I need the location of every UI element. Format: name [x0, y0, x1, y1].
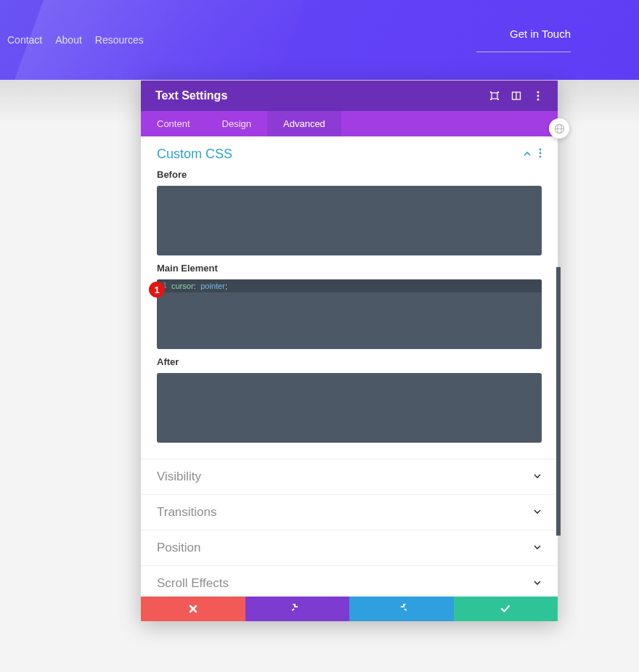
globe-icon[interactable]: [549, 118, 569, 139]
kebab-menu-icon[interactable]: [533, 91, 543, 101]
tab-content[interactable]: Content: [141, 111, 206, 136]
svg-point-15: [540, 155, 542, 157]
chevron-down-icon: [533, 507, 542, 518]
svg-point-9: [537, 99, 540, 101]
custom-css-section: Custom CSS Before Main Element 1 cu: [141, 136, 558, 459]
svg-rect-0: [492, 93, 497, 99]
settings-tabs: Content Design Advanced: [141, 111, 558, 136]
svg-rect-4: [497, 99, 499, 100]
panel-header-icons: [489, 91, 543, 101]
svg-point-8: [537, 95, 540, 97]
panel-body: Custom CSS Before Main Element 1 cu: [141, 136, 558, 597]
tab-design[interactable]: Design: [206, 111, 267, 136]
chevron-down-icon: [533, 471, 542, 483]
settings-panel: Text Settings Content Design Advanced Cu…: [141, 81, 558, 621]
nav-left: Contact About Resources: [7, 34, 144, 46]
code-line: 1 cursor: pointer;: [157, 279, 542, 292]
svg-rect-1: [490, 91, 492, 93]
before-css-input[interactable]: [157, 186, 542, 255]
visibility-section[interactable]: Visibility: [141, 459, 558, 494]
svg-point-14: [540, 152, 542, 154]
cta-wrap: Get in Touch: [476, 28, 632, 52]
nav-resources[interactable]: Resources: [95, 34, 144, 46]
svg-rect-2: [497, 91, 499, 93]
tab-advanced[interactable]: Advanced: [267, 111, 341, 136]
after-css-input[interactable]: [157, 373, 542, 443]
chevron-down-icon: [533, 578, 542, 589]
main-element-css-input[interactable]: 1 cursor: pointer;: [157, 279, 542, 349]
position-title: Position: [157, 541, 200, 555]
nav-about[interactable]: About: [55, 34, 82, 46]
panel-title: Text Settings: [155, 89, 227, 102]
side-strip: [556, 267, 561, 536]
after-label: After: [157, 356, 542, 367]
scroll-effects-title: Scroll Effects: [157, 576, 229, 591]
collapse-icon[interactable]: [523, 148, 532, 161]
section-kebab-icon[interactable]: [539, 148, 542, 161]
custom-css-heading: Custom CSS: [157, 147, 232, 162]
before-label: Before: [157, 169, 542, 180]
cancel-button[interactable]: [141, 597, 245, 621]
visibility-title: Visibility: [157, 470, 201, 484]
svg-rect-3: [490, 99, 492, 100]
scroll-effects-section[interactable]: Scroll Effects: [141, 565, 558, 597]
css-property: cursor: [171, 282, 194, 290]
save-button[interactable]: [454, 597, 558, 621]
svg-point-13: [540, 148, 542, 150]
css-colon: :: [194, 282, 196, 290]
get-in-touch-link[interactable]: Get in Touch: [476, 28, 571, 52]
top-banner: Contact About Resources Get in Touch: [0, 0, 639, 80]
position-section[interactable]: Position: [141, 530, 558, 565]
section-heading-row: Custom CSS: [157, 147, 542, 162]
chevron-down-icon: [533, 542, 542, 554]
transitions-section[interactable]: Transitions: [141, 494, 558, 530]
panel-header: Text Settings: [141, 81, 558, 111]
section-heading-icons: [523, 148, 542, 161]
nav-contact[interactable]: Contact: [7, 34, 42, 46]
panel-footer: [141, 597, 558, 621]
css-semicolon: ;: [225, 282, 227, 290]
transitions-title: Transitions: [157, 505, 217, 520]
redo-button[interactable]: [349, 597, 454, 621]
svg-point-7: [537, 91, 540, 94]
split-view-icon[interactable]: [511, 91, 521, 101]
css-value: pointer: [200, 282, 225, 290]
code-content: cursor: pointer;: [171, 279, 227, 293]
main-element-label: Main Element: [157, 263, 542, 274]
undo-button[interactable]: [245, 597, 350, 621]
expand-icon[interactable]: [489, 91, 500, 101]
annotation-badge: 1: [149, 282, 165, 298]
